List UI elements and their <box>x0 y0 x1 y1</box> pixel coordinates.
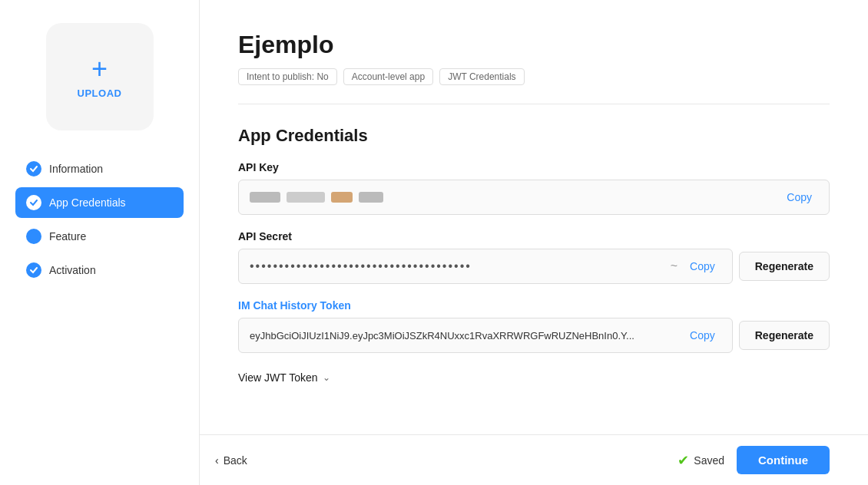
saved-label: Saved <box>694 454 724 467</box>
im-token-label: IM Chat History Token <box>238 299 830 312</box>
view-jwt-label: View JWT Token <box>238 371 318 384</box>
im-token-section: IM Chat History Token eyJhbGciOiJIUzI1Ni… <box>238 299 830 371</box>
im-token-value: eyJhbGciOiJIUzI1NiJ9.eyJpc3MiOiJSZkR4NUx… <box>250 330 634 341</box>
main-content: Ejemplo Intent to publish: No Account-le… <box>200 0 868 434</box>
back-label: Back <box>224 454 247 467</box>
view-jwt-toggle[interactable]: View JWT Token ⌄ <box>238 371 830 384</box>
saved-status: ✔ Saved <box>678 452 724 469</box>
im-token-regenerate-button[interactable]: Regenerate <box>739 321 830 350</box>
footer: ‹ Back ✔ Saved Continue <box>200 434 868 485</box>
key-block-2 <box>287 192 325 203</box>
key-block-1 <box>250 192 280 203</box>
tag-publish: Intent to publish: No <box>238 68 337 85</box>
upload-label: UPLOAD <box>78 87 122 99</box>
sidebar-item-app-credentials[interactable]: App Credentials <box>15 187 184 218</box>
api-key-blocks <box>250 192 383 203</box>
tags-row: Intent to publish: No Account-level app … <box>238 68 830 85</box>
api-secret-label: API Secret <box>238 230 830 242</box>
sidebar-label-information: Information <box>49 163 103 175</box>
im-token-input: eyJhbGciOiJIUzI1NiJ9.eyJpc3MiOiJSZkR4NUx… <box>238 318 733 353</box>
sidebar-label-activation: Activation <box>49 264 96 276</box>
check-icon-information <box>26 161 41 177</box>
api-secret-copy-button[interactable]: Copy <box>684 257 721 275</box>
check-icon-app-credentials <box>26 195 41 210</box>
back-button[interactable]: ‹ Back <box>215 454 247 467</box>
api-secret-input: •••••••••••••••••••••••••••••••••••••• ~… <box>238 249 733 284</box>
back-arrow-icon: ‹ <box>215 454 219 467</box>
key-block-3 <box>331 192 353 203</box>
api-key-label: API Key <box>238 161 830 173</box>
im-token-row: eyJhbGciOiJIUzI1NiJ9.eyJpc3MiOiJSZkR4NUx… <box>238 318 830 353</box>
chevron-down-icon: ⌄ <box>323 372 330 383</box>
footer-right: ✔ Saved Continue <box>678 446 830 474</box>
api-key-copy-button[interactable]: Copy <box>780 188 818 206</box>
tag-account: Account-level app <box>343 68 433 85</box>
sidebar: + UPLOAD Information App Credentials <box>0 0 200 485</box>
check-icon-feature <box>26 229 41 244</box>
im-token-copy-button[interactable]: Copy <box>684 326 721 345</box>
sidebar-label-feature: Feature <box>49 230 86 242</box>
plus-icon: + <box>91 55 108 83</box>
tag-jwt: JWT Credentials <box>439 68 524 85</box>
svg-point-0 <box>30 233 38 240</box>
api-key-section: API Key Copy <box>238 161 830 230</box>
sidebar-item-information[interactable]: Information <box>15 153 184 184</box>
sidebar-item-activation[interactable]: Activation <box>15 255 184 285</box>
divider <box>238 104 830 104</box>
api-key-row: Copy <box>238 180 830 215</box>
continue-button[interactable]: Continue <box>737 446 830 474</box>
check-icon-activation <box>26 262 41 278</box>
api-secret-section: API Secret •••••••••••••••••••••••••••••… <box>238 230 830 299</box>
api-secret-row: •••••••••••••••••••••••••••••••••••••• ~… <box>238 249 830 284</box>
app-title: Ejemplo <box>238 31 830 59</box>
sidebar-label-app-credentials: App Credentials <box>49 196 126 209</box>
api-secret-dots: •••••••••••••••••••••••••••••••••••••• <box>250 259 472 273</box>
saved-check-icon: ✔ <box>678 452 689 469</box>
api-secret-regenerate-button[interactable]: Regenerate <box>739 252 830 281</box>
nav-menu: Information App Credentials Feature <box>15 153 184 285</box>
upload-button[interactable]: + UPLOAD <box>46 23 154 130</box>
secret-copy-area: ~ Copy <box>671 257 721 275</box>
sidebar-item-feature[interactable]: Feature <box>15 221 184 252</box>
key-block-4 <box>359 192 383 203</box>
section-title: App Credentials <box>238 126 830 146</box>
tilde-icon: ~ <box>671 259 678 273</box>
